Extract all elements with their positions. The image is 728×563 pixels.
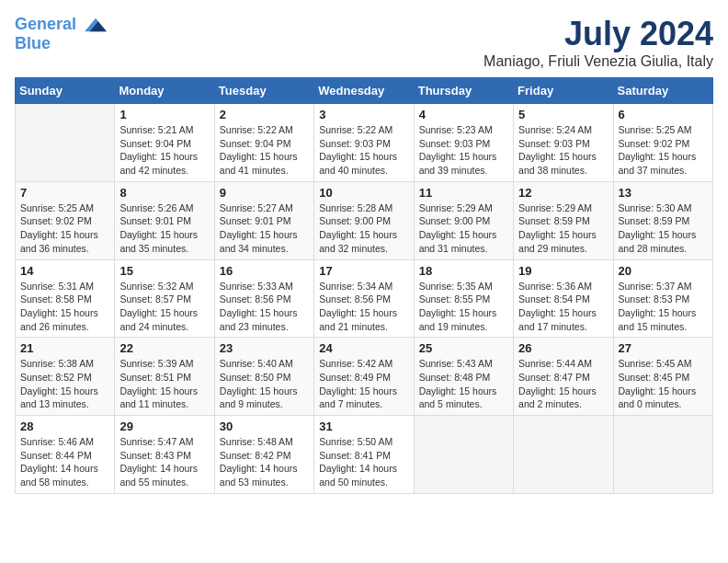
- day-number: 7: [20, 186, 109, 200]
- day-info: Sunrise: 5:48 AM Sunset: 8:42 PM Dayligh…: [220, 435, 309, 489]
- day-cell: 26Sunrise: 5:44 AM Sunset: 8:47 PM Dayli…: [514, 338, 613, 416]
- day-cell: 25Sunrise: 5:43 AM Sunset: 8:48 PM Dayli…: [414, 338, 513, 416]
- day-info: Sunrise: 5:45 AM Sunset: 8:45 PM Dayligh…: [619, 357, 708, 411]
- day-cell: 7Sunrise: 5:25 AM Sunset: 9:02 PM Daylig…: [16, 181, 115, 259]
- day-cell: 31Sunrise: 5:50 AM Sunset: 8:41 PM Dayli…: [314, 416, 414, 494]
- weekday-header-tuesday: Tuesday: [214, 78, 313, 104]
- day-number: 1: [119, 108, 209, 121]
- day-cell: [16, 104, 115, 182]
- day-number: 26: [518, 341, 608, 355]
- day-cell: 12Sunrise: 5:29 AM Sunset: 8:59 PM Dayli…: [514, 181, 613, 259]
- day-number: 29: [119, 419, 209, 433]
- logo: General Blue: [15, 15, 108, 53]
- day-number: 25: [419, 341, 508, 355]
- day-number: 14: [20, 264, 109, 278]
- day-number: 20: [619, 264, 708, 278]
- day-cell: 16Sunrise: 5:33 AM Sunset: 8:56 PM Dayli…: [214, 259, 313, 338]
- weekday-header-sunday: Sunday: [16, 78, 115, 104]
- day-cell: [414, 416, 513, 494]
- day-cell: 11Sunrise: 5:29 AM Sunset: 9:00 PM Dayli…: [414, 181, 513, 259]
- day-number: 31: [319, 419, 408, 433]
- day-info: Sunrise: 5:25 AM Sunset: 9:02 PM Dayligh…: [619, 123, 708, 178]
- day-cell: 6Sunrise: 5:25 AM Sunset: 9:02 PM Daylig…: [613, 104, 712, 182]
- day-info: Sunrise: 5:37 AM Sunset: 8:53 PM Dayligh…: [619, 280, 708, 334]
- day-info: Sunrise: 5:23 AM Sunset: 9:03 PM Dayligh…: [419, 123, 508, 178]
- day-info: Sunrise: 5:47 AM Sunset: 8:43 PM Dayligh…: [119, 435, 209, 489]
- weekday-header-row: SundayMondayTuesdayWednesdayThursdayFrid…: [16, 78, 713, 104]
- day-number: 24: [319, 341, 408, 355]
- day-info: Sunrise: 5:42 AM Sunset: 8:49 PM Dayligh…: [319, 357, 408, 411]
- day-info: Sunrise: 5:34 AM Sunset: 8:56 PM Dayligh…: [319, 280, 408, 334]
- weekday-header-wednesday: Wednesday: [314, 78, 414, 104]
- location-title: Maniago, Friuli Venezia Giulia, Italy: [483, 53, 713, 70]
- day-number: 10: [319, 186, 408, 200]
- day-info: Sunrise: 5:24 AM Sunset: 9:03 PM Dayligh…: [518, 123, 608, 178]
- day-number: 22: [119, 341, 209, 355]
- day-info: Sunrise: 5:25 AM Sunset: 9:02 PM Dayligh…: [20, 201, 109, 256]
- logo-text: General Blue: [15, 15, 108, 53]
- week-row-4: 21Sunrise: 5:38 AM Sunset: 8:52 PM Dayli…: [16, 338, 713, 416]
- day-cell: 4Sunrise: 5:23 AM Sunset: 9:03 PM Daylig…: [414, 104, 513, 182]
- day-number: 15: [119, 264, 209, 278]
- day-cell: 20Sunrise: 5:37 AM Sunset: 8:53 PM Dayli…: [613, 259, 712, 338]
- day-cell: 8Sunrise: 5:26 AM Sunset: 9:01 PM Daylig…: [115, 181, 214, 259]
- day-cell: [514, 416, 613, 494]
- day-number: 19: [518, 264, 608, 278]
- month-title: July 2024: [483, 15, 713, 53]
- day-number: 21: [20, 341, 109, 355]
- day-number: 16: [220, 264, 309, 278]
- weekday-header-friday: Friday: [514, 78, 613, 104]
- day-cell: 9Sunrise: 5:27 AM Sunset: 9:01 PM Daylig…: [214, 181, 313, 259]
- day-info: Sunrise: 5:21 AM Sunset: 9:04 PM Dayligh…: [119, 123, 209, 178]
- day-number: 8: [119, 186, 209, 200]
- day-cell: [613, 416, 712, 494]
- day-info: Sunrise: 5:30 AM Sunset: 8:59 PM Dayligh…: [619, 201, 708, 256]
- day-number: 9: [220, 186, 309, 200]
- day-info: Sunrise: 5:36 AM Sunset: 8:54 PM Dayligh…: [518, 280, 608, 334]
- day-cell: 15Sunrise: 5:32 AM Sunset: 8:57 PM Dayli…: [115, 259, 214, 338]
- day-number: 17: [319, 264, 408, 278]
- day-cell: 14Sunrise: 5:31 AM Sunset: 8:58 PM Dayli…: [16, 259, 115, 338]
- day-info: Sunrise: 5:29 AM Sunset: 9:00 PM Dayligh…: [419, 201, 508, 256]
- day-number: 5: [518, 108, 608, 121]
- day-info: Sunrise: 5:27 AM Sunset: 9:01 PM Dayligh…: [220, 201, 309, 256]
- week-row-2: 7Sunrise: 5:25 AM Sunset: 9:02 PM Daylig…: [16, 181, 713, 259]
- day-number: 12: [518, 186, 608, 200]
- day-cell: 19Sunrise: 5:36 AM Sunset: 8:54 PM Dayli…: [514, 259, 613, 338]
- day-info: Sunrise: 5:32 AM Sunset: 8:57 PM Dayligh…: [119, 280, 209, 334]
- week-row-5: 28Sunrise: 5:46 AM Sunset: 8:44 PM Dayli…: [16, 416, 713, 494]
- day-info: Sunrise: 5:44 AM Sunset: 8:47 PM Dayligh…: [518, 357, 608, 411]
- day-info: Sunrise: 5:29 AM Sunset: 8:59 PM Dayligh…: [518, 201, 608, 256]
- day-number: 18: [419, 264, 508, 278]
- day-info: Sunrise: 5:35 AM Sunset: 8:55 PM Dayligh…: [419, 280, 508, 334]
- day-info: Sunrise: 5:43 AM Sunset: 8:48 PM Dayligh…: [419, 357, 508, 411]
- week-row-3: 14Sunrise: 5:31 AM Sunset: 8:58 PM Dayli…: [16, 259, 713, 338]
- weekday-header-saturday: Saturday: [613, 78, 712, 104]
- day-number: 2: [220, 108, 309, 121]
- day-info: Sunrise: 5:22 AM Sunset: 9:04 PM Dayligh…: [220, 123, 309, 178]
- day-number: 3: [319, 108, 408, 121]
- day-info: Sunrise: 5:26 AM Sunset: 9:01 PM Dayligh…: [119, 201, 209, 256]
- day-cell: 29Sunrise: 5:47 AM Sunset: 8:43 PM Dayli…: [115, 416, 214, 494]
- day-number: 11: [419, 186, 508, 200]
- day-info: Sunrise: 5:31 AM Sunset: 8:58 PM Dayligh…: [20, 280, 109, 334]
- day-cell: 10Sunrise: 5:28 AM Sunset: 9:00 PM Dayli…: [314, 181, 414, 259]
- day-info: Sunrise: 5:40 AM Sunset: 8:50 PM Dayligh…: [220, 357, 309, 411]
- day-number: 13: [619, 186, 708, 200]
- day-info: Sunrise: 5:33 AM Sunset: 8:56 PM Dayligh…: [220, 280, 309, 334]
- day-info: Sunrise: 5:46 AM Sunset: 8:44 PM Dayligh…: [20, 435, 109, 489]
- day-cell: 24Sunrise: 5:42 AM Sunset: 8:49 PM Dayli…: [314, 338, 414, 416]
- calendar-table: SundayMondayTuesdayWednesdayThursdayFrid…: [15, 77, 713, 494]
- day-number: 28: [20, 419, 109, 433]
- day-number: 27: [619, 341, 708, 355]
- day-cell: 28Sunrise: 5:46 AM Sunset: 8:44 PM Dayli…: [16, 416, 115, 494]
- day-cell: 30Sunrise: 5:48 AM Sunset: 8:42 PM Dayli…: [214, 416, 313, 494]
- day-cell: 27Sunrise: 5:45 AM Sunset: 8:45 PM Dayli…: [613, 338, 712, 416]
- title-area: July 2024 Maniago, Friuli Venezia Giulia…: [483, 15, 713, 70]
- day-cell: 2Sunrise: 5:22 AM Sunset: 9:04 PM Daylig…: [214, 104, 313, 182]
- day-info: Sunrise: 5:39 AM Sunset: 8:51 PM Dayligh…: [119, 357, 209, 411]
- day-cell: 18Sunrise: 5:35 AM Sunset: 8:55 PM Dayli…: [414, 259, 513, 338]
- day-cell: 23Sunrise: 5:40 AM Sunset: 8:50 PM Dayli…: [214, 338, 313, 416]
- weekday-header-thursday: Thursday: [414, 78, 513, 104]
- day-cell: 22Sunrise: 5:39 AM Sunset: 8:51 PM Dayli…: [115, 338, 214, 416]
